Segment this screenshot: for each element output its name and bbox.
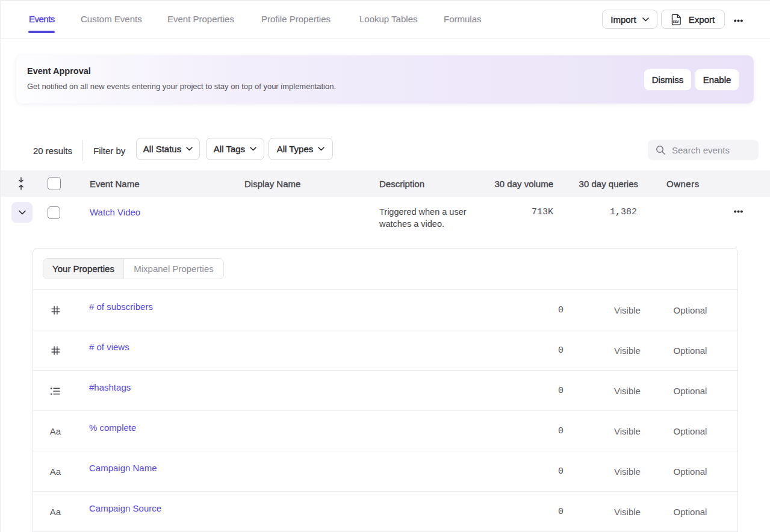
svg-text:csv: csv <box>672 19 679 23</box>
